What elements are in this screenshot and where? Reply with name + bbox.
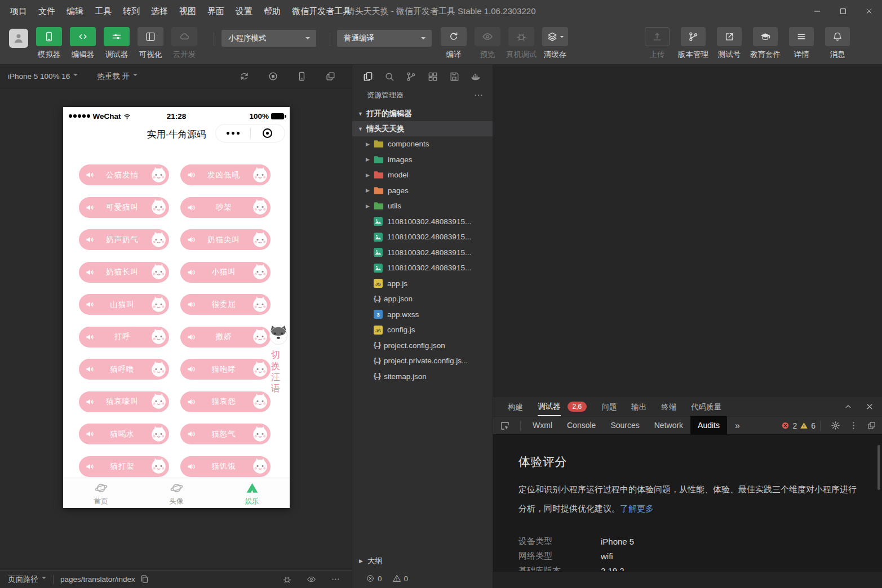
section-open-editors[interactable]: ▼ 打开的编辑器 xyxy=(352,106,493,121)
device-frame-icon[interactable] xyxy=(296,71,307,82)
husky-float-button[interactable] xyxy=(268,324,289,346)
sound-button[interactable]: 山猫叫 xyxy=(79,294,169,315)
tab-头像[interactable]: 头像 xyxy=(139,478,214,508)
menu-item-9[interactable]: 帮助 xyxy=(258,0,286,23)
debugger-tab-输出[interactable]: 输出 xyxy=(631,398,646,416)
toolbar-bell-button[interactable]: 消息 xyxy=(825,27,850,60)
tree-file[interactable]: 1108100302.48083915... xyxy=(352,229,493,245)
tree-folder-utils[interactable]: ▶utils xyxy=(352,198,493,214)
menu-item-8[interactable]: 设置 xyxy=(230,0,258,23)
sound-button[interactable]: 很委屈 xyxy=(180,294,271,315)
files-icon[interactable] xyxy=(362,71,374,82)
toolbar-layers-button[interactable]: 清缓存 xyxy=(542,27,568,60)
copy-path-button[interactable] xyxy=(140,574,149,584)
kebab-menu-icon[interactable] xyxy=(849,421,858,430)
bug-icon[interactable] xyxy=(282,574,292,584)
toolbar-menu-button[interactable]: 详情 xyxy=(789,27,814,60)
record-icon[interactable] xyxy=(268,71,278,82)
debugger-tab-终端[interactable]: 终端 xyxy=(661,398,676,416)
debugger-tab-调试器[interactable]: 调试器 xyxy=(538,398,561,416)
tree-file[interactable]: 3app.wxss xyxy=(352,307,493,323)
gear-icon[interactable] xyxy=(831,421,840,430)
scrollbar-thumb[interactable] xyxy=(877,445,880,490)
issue-counts[interactable]: 2 6 xyxy=(781,421,815,430)
menu-item-5[interactable]: 选择 xyxy=(145,0,174,23)
explorer-more-icon[interactable] xyxy=(473,90,484,100)
tree-folder-model[interactable]: ▶model xyxy=(352,167,493,183)
maximize-button[interactable] xyxy=(830,0,856,23)
menu-item-4[interactable]: 转到 xyxy=(117,0,145,23)
exit-button[interactable] xyxy=(251,128,285,138)
sound-button[interactable]: 发凶低吼 xyxy=(180,164,271,185)
sound-button[interactable]: 小猫叫 xyxy=(180,262,271,283)
learn-more-link[interactable]: 了解更多 xyxy=(620,504,654,513)
sound-button[interactable]: 吵架 xyxy=(180,197,271,218)
toolbar-branch-button[interactable]: 版本管理 xyxy=(681,27,706,60)
toolbar-phone-button[interactable]: 模拟器 xyxy=(36,27,62,60)
more-menu-button[interactable] xyxy=(216,132,250,135)
tree-file[interactable]: 1108100302.48083915... xyxy=(352,260,493,276)
tab-首页[interactable]: 首页 xyxy=(63,478,139,508)
menu-item-7[interactable]: 界面 xyxy=(202,0,230,23)
tree-file[interactable]: {..}sitemap.json xyxy=(352,369,493,385)
devtools-tab-console[interactable]: Console xyxy=(567,416,596,435)
sound-button[interactable]: 奶猫长叫 xyxy=(79,262,169,283)
sound-button[interactable]: 可爱猫叫 xyxy=(79,197,169,218)
multi-window-icon[interactable] xyxy=(325,71,336,82)
more-tabs-chevron[interactable]: » xyxy=(735,421,740,431)
git-branch-icon[interactable] xyxy=(405,71,416,82)
page-path-label[interactable]: 页面路径 xyxy=(8,574,46,585)
close-button[interactable] xyxy=(856,0,882,23)
eye-icon[interactable] xyxy=(307,574,316,584)
tree-folder-images[interactable]: ▶images xyxy=(352,152,493,168)
device-selector[interactable]: iPhone 5 100% 16 xyxy=(8,72,78,81)
sound-button[interactable]: 奶声奶气 xyxy=(79,229,169,250)
compile-mode-select[interactable]: 普通编译 xyxy=(337,30,432,47)
minimize-button[interactable] xyxy=(804,0,830,23)
sound-button[interactable]: 猫呼噜 xyxy=(79,359,169,380)
toolbar-external-button[interactable]: 测试号 xyxy=(717,27,742,60)
extensions-icon[interactable] xyxy=(427,71,438,82)
tree-file[interactable]: {..}project.private.config.js... xyxy=(352,353,493,369)
tree-file[interactable]: 1108100302.48083915... xyxy=(352,214,493,230)
tree-file[interactable]: JSapp.js xyxy=(352,276,493,292)
menu-item-1[interactable]: 文件 xyxy=(33,0,61,23)
sound-button[interactable]: 奶猫尖叫 xyxy=(180,229,271,250)
user-avatar[interactable] xyxy=(9,29,28,48)
search-icon[interactable] xyxy=(384,71,395,82)
close-panel-icon[interactable] xyxy=(865,402,874,411)
toolbar-code-button[interactable]: 编辑器 xyxy=(70,27,96,60)
toolbar-cap-button[interactable]: 教育套件 xyxy=(753,27,778,60)
sound-button[interactable]: 猫怒气 xyxy=(180,424,271,444)
menu-item-6[interactable]: 视图 xyxy=(174,0,202,23)
switch-language-label[interactable]: 切换汪语 xyxy=(269,349,282,394)
debugger-tab-问题[interactable]: 问题 xyxy=(601,398,617,416)
sound-button[interactable]: 猫饥饿 xyxy=(180,456,271,477)
sound-button[interactable]: 打呼 xyxy=(79,327,169,348)
appmode-select[interactable]: 小程序模式 xyxy=(221,30,316,47)
sound-button[interactable]: 撒娇 xyxy=(180,327,271,348)
devtools-tab-audits[interactable]: Audits xyxy=(690,416,727,435)
tree-folder-components[interactable]: ▶components xyxy=(352,136,493,152)
tree-folder-pages[interactable]: ▶pages xyxy=(352,183,493,199)
save-icon[interactable] xyxy=(449,71,460,82)
tree-file[interactable]: {..}project.config.json xyxy=(352,338,493,354)
menu-item-2[interactable]: 编辑 xyxy=(61,0,89,23)
sound-button[interactable]: 猫哀怨 xyxy=(180,391,271,412)
tree-file[interactable]: JSconfig.js xyxy=(352,322,493,338)
devtools-tab-network[interactable]: Network xyxy=(654,416,683,435)
devtools-tab-wxml[interactable]: Wxml xyxy=(533,416,552,435)
docker-whale-icon[interactable] xyxy=(470,71,481,82)
debugger-tab-构建[interactable]: 构建 xyxy=(508,398,523,416)
toolbar-layout-button[interactable]: 可视化 xyxy=(138,27,163,60)
devtools-tab-sources[interactable]: Sources xyxy=(610,416,639,435)
tree-file[interactable]: 1108100302.48083915... xyxy=(352,245,493,261)
toolbar-sliders-button[interactable]: 调试器 xyxy=(104,27,130,60)
menu-item-0[interactable]: 项目 xyxy=(5,0,33,23)
sound-button[interactable]: 猫喝水 xyxy=(79,424,169,444)
tree-file[interactable]: {..}app.json xyxy=(352,291,493,307)
sound-button[interactable]: 猫打架 xyxy=(79,456,169,477)
more-dots-icon[interactable] xyxy=(331,574,340,584)
debugger-tab-代码质量[interactable]: 代码质量 xyxy=(691,398,721,416)
toolbar-refresh-button[interactable]: 编译 xyxy=(441,27,467,60)
